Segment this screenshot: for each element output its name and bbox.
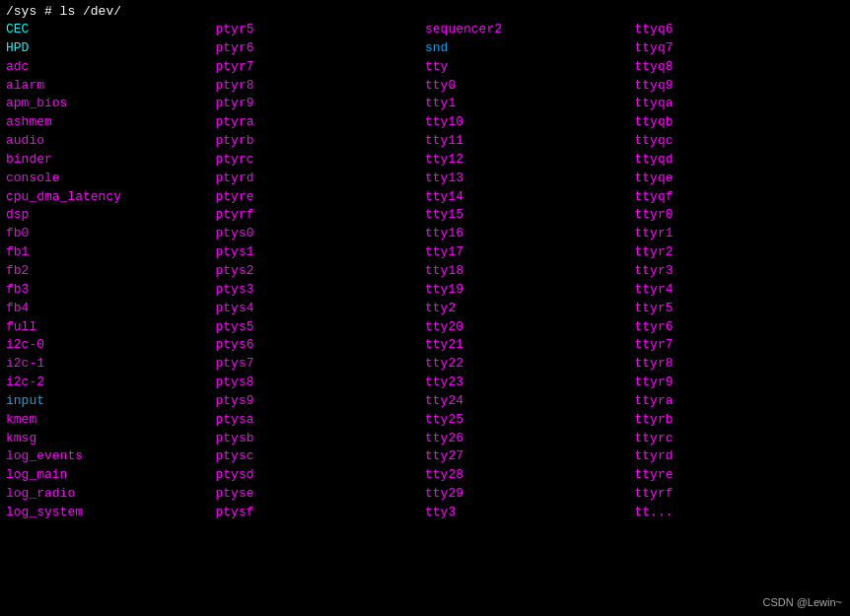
table-row: full ptys5 tty20 ttyr6 (6, 318, 844, 337)
list-item: log_radio (6, 485, 216, 504)
table-row: audio ptyrb tty11 ttyqc (6, 132, 844, 151)
list-item: tty11 (425, 132, 635, 151)
list-item: ptys4 (216, 300, 426, 318)
list-item: i2c-2 (6, 374, 216, 392)
list-item: ptys1 (216, 243, 426, 262)
watermark-text: CSDN @Lewin~ (762, 596, 842, 608)
table-row: adc ptyr7 tty ttyq8 (6, 58, 844, 77)
table-row: i2c-1 ptys7 tty22 ttyr8 (6, 355, 844, 374)
list-item: ttyr3 (635, 262, 845, 281)
list-item: ptys7 (216, 355, 426, 374)
list-item: ttyre (635, 466, 845, 485)
list-item: fb4 (6, 300, 216, 318)
list-item: ttyqe (635, 170, 845, 188)
list-item: sequencer2 (425, 21, 635, 39)
list-item: ttyqb (635, 113, 845, 132)
list-item: tty13 (425, 170, 635, 188)
list-item: ptys6 (216, 336, 426, 355)
list-item: full (6, 318, 216, 337)
command-line: /sys # ls /dev/ (6, 4, 844, 19)
list-item: tty12 (425, 151, 635, 170)
list-item: tty29 (425, 485, 635, 504)
list-item: tty24 (425, 392, 635, 411)
list-item: ttyq7 (635, 39, 845, 58)
list-item: tty14 (425, 188, 635, 207)
list-item: ptyr5 (216, 21, 426, 39)
list-item: fb3 (6, 281, 216, 300)
list-item: ptyr8 (216, 77, 426, 96)
list-item: ttyrc (635, 430, 845, 448)
list-item: tty28 (425, 466, 635, 485)
list-item: ttyr4 (635, 281, 845, 300)
list-item: ttyr5 (635, 300, 845, 318)
list-item: ttyr2 (635, 243, 845, 262)
list-item: tty0 (425, 77, 635, 96)
list-item: ptyr9 (216, 95, 426, 113)
list-item: audio (6, 132, 216, 151)
list-item: ptysd (216, 466, 426, 485)
list-item: ptysc (216, 447, 426, 466)
list-item: log_main (6, 466, 216, 485)
list-item: ttyqa (635, 95, 845, 113)
list-item: ptysf (216, 504, 426, 522)
table-row: ashmem ptyra tty10 ttyqb (6, 113, 844, 132)
table-row: fb1 ptys1 tty17 ttyr2 (6, 243, 844, 262)
table-row: i2c-2 ptys8 tty23 ttyr9 (6, 374, 844, 392)
table-row: i2c-0 ptys6 tty21 ttyr7 (6, 336, 844, 355)
list-item: ttyrf (635, 485, 845, 504)
table-row: fb2 ptys2 tty18 ttyr3 (6, 262, 844, 281)
list-item: tty20 (425, 318, 635, 337)
list-item: ttyrd (635, 447, 845, 466)
table-row: apm_bios ptyr9 tty1 ttyqa (6, 95, 844, 113)
list-item: binder (6, 151, 216, 170)
table-row: fb3 ptys3 tty19 ttyr4 (6, 281, 844, 300)
list-item: ttyra (635, 392, 845, 411)
table-row: CEC ptyr5 sequencer2 ttyq6 (6, 21, 844, 39)
table-row: fb4 ptys4 tty2 ttyr5 (6, 300, 844, 318)
list-item: ptyse (216, 485, 426, 504)
list-item-input: input (6, 392, 216, 411)
list-item: ptysb (216, 430, 426, 448)
list-item: adc (6, 58, 216, 77)
list-item: ttyq8 (635, 58, 845, 77)
list-item: ttyq9 (635, 77, 845, 96)
list-item: fb2 (6, 262, 216, 281)
table-row: input ptys9 tty24 ttyra (6, 392, 844, 411)
list-item-snd: snd (425, 39, 635, 58)
list-item: ptyr7 (216, 58, 426, 77)
list-item: ttyqd (635, 151, 845, 170)
table-row: log_main ptysd tty28 ttyre (6, 466, 844, 485)
list-item: ttyr8 (635, 355, 845, 374)
list-item: ttyq6 (635, 21, 845, 39)
list-item: ptyra (216, 113, 426, 132)
list-item: cpu_dma_latency (6, 188, 216, 207)
list-item: kmem (6, 411, 216, 430)
list-item: ptys2 (216, 262, 426, 281)
table-row: cpu_dma_latency ptyre tty14 ttyqf (6, 188, 844, 207)
list-item: console (6, 170, 216, 188)
list-item: tty (425, 58, 635, 77)
list-item: i2c-1 (6, 355, 216, 374)
list-item: log_system (6, 504, 216, 522)
table-row: dsp ptyrf tty15 ttyr0 (6, 206, 844, 225)
file-listing: CEC ptyr5 sequencer2 ttyq6 HPD ptyr6 snd… (6, 21, 844, 522)
list-item: ttyr1 (635, 225, 845, 243)
list-item: dsp (6, 206, 216, 225)
table-row: alarm ptyr8 tty0 ttyq9 (6, 77, 844, 96)
list-item: HPD (6, 39, 216, 58)
list-item: ptys5 (216, 318, 426, 337)
list-item: i2c-0 (6, 336, 216, 355)
list-item: ptyrd (216, 170, 426, 188)
list-item: fb1 (6, 243, 216, 262)
list-item: ptyrc (216, 151, 426, 170)
table-row: log_system ptysf tty3 tt... (6, 504, 844, 522)
list-item: tty21 (425, 336, 635, 355)
list-item: tty26 (425, 430, 635, 448)
list-item: ashmem (6, 113, 216, 132)
list-item: tty23 (425, 374, 635, 392)
list-item: tty2 (425, 300, 635, 318)
list-item: ptyrf (216, 206, 426, 225)
terminal-window: /sys # ls /dev/ CEC ptyr5 sequencer2 tty… (0, 0, 850, 616)
list-item: ptyre (216, 188, 426, 207)
list-item: tt... (635, 504, 845, 522)
